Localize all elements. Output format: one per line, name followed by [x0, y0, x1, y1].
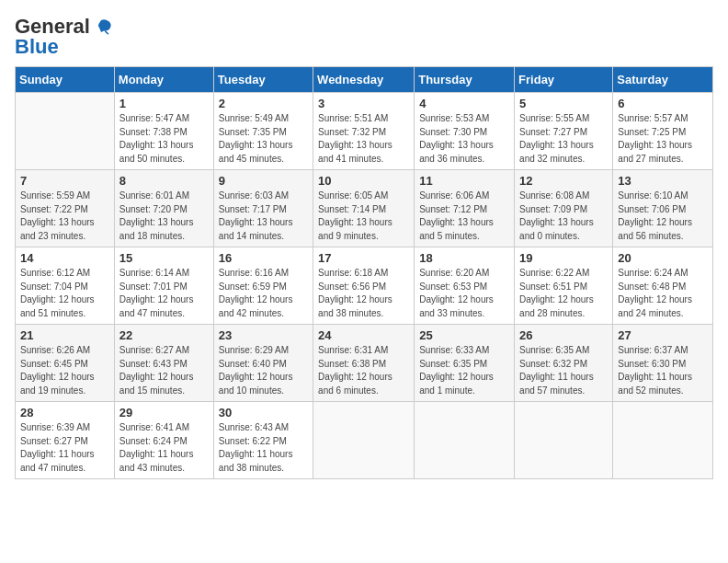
calendar-cell: 22Sunrise: 6:27 AM Sunset: 6:43 PM Dayli…	[114, 325, 213, 402]
day-info: Sunrise: 5:47 AM Sunset: 7:38 PM Dayligh…	[119, 112, 209, 166]
day-info: Sunrise: 5:55 AM Sunset: 7:27 PM Dayligh…	[519, 112, 608, 166]
day-number: 29	[119, 406, 209, 419]
weekday-header-thursday: Thursday	[415, 67, 515, 93]
calendar-cell	[613, 402, 713, 479]
logo: General Blue	[15, 15, 112, 59]
weekday-header-tuesday: Tuesday	[213, 67, 313, 93]
day-number: 30	[219, 406, 308, 419]
calendar-cell: 1Sunrise: 5:47 AM Sunset: 7:38 PM Daylig…	[114, 93, 213, 170]
day-info: Sunrise: 5:57 AM Sunset: 7:25 PM Dayligh…	[618, 112, 708, 166]
calendar-cell: 6Sunrise: 5:57 AM Sunset: 7:25 PM Daylig…	[613, 93, 713, 170]
day-info: Sunrise: 6:31 AM Sunset: 6:38 PM Dayligh…	[318, 344, 409, 397]
calendar-cell	[415, 402, 515, 479]
calendar-cell: 15Sunrise: 6:14 AM Sunset: 7:01 PM Dayli…	[114, 247, 213, 325]
day-number: 15	[119, 251, 209, 265]
calendar-cell: 2Sunrise: 5:49 AM Sunset: 7:35 PM Daylig…	[213, 93, 313, 170]
day-number: 13	[618, 174, 708, 188]
day-info: Sunrise: 6:06 AM Sunset: 7:12 PM Dayligh…	[419, 190, 509, 243]
weekday-header-sunday: Sunday	[16, 67, 115, 93]
calendar-cell: 23Sunrise: 6:29 AM Sunset: 6:40 PM Dayli…	[213, 325, 313, 402]
weekday-header-friday: Friday	[515, 67, 613, 93]
calendar-cell: 29Sunrise: 6:41 AM Sunset: 6:24 PM Dayli…	[114, 402, 213, 479]
day-number: 27	[618, 328, 708, 342]
calendar-cell: 4Sunrise: 5:53 AM Sunset: 7:30 PM Daylig…	[415, 93, 515, 170]
day-info: Sunrise: 5:59 AM Sunset: 7:22 PM Dayligh…	[20, 190, 109, 243]
day-info: Sunrise: 6:05 AM Sunset: 7:14 PM Dayligh…	[318, 190, 409, 243]
calendar-cell: 8Sunrise: 6:01 AM Sunset: 7:20 PM Daylig…	[114, 170, 213, 247]
calendar-cell: 3Sunrise: 5:51 AM Sunset: 7:32 PM Daylig…	[313, 93, 415, 170]
day-number: 8	[119, 174, 209, 188]
day-info: Sunrise: 6:08 AM Sunset: 7:09 PM Dayligh…	[519, 190, 608, 243]
day-number: 4	[419, 97, 509, 110]
calendar-cell: 11Sunrise: 6:06 AM Sunset: 7:12 PM Dayli…	[415, 170, 515, 247]
calendar-table: SundayMondayTuesdayWednesdayThursdayFrid…	[15, 66, 713, 479]
day-number: 16	[219, 251, 308, 265]
calendar-cell: 28Sunrise: 6:39 AM Sunset: 6:27 PM Dayli…	[16, 402, 115, 479]
weekday-header-wednesday: Wednesday	[313, 67, 415, 93]
logo-bird-icon	[92, 18, 112, 35]
day-number: 17	[318, 251, 409, 265]
page-header: General Blue	[15, 15, 713, 59]
calendar-cell: 7Sunrise: 5:59 AM Sunset: 7:22 PM Daylig…	[16, 170, 115, 247]
day-number: 3	[318, 97, 409, 110]
day-number: 5	[519, 97, 608, 110]
day-info: Sunrise: 6:03 AM Sunset: 7:17 PM Dayligh…	[219, 190, 308, 243]
calendar-cell: 24Sunrise: 6:31 AM Sunset: 6:38 PM Dayli…	[313, 325, 415, 402]
day-info: Sunrise: 6:18 AM Sunset: 6:56 PM Dayligh…	[318, 267, 409, 320]
day-number: 26	[519, 328, 608, 342]
day-info: Sunrise: 6:24 AM Sunset: 6:48 PM Dayligh…	[618, 267, 708, 320]
calendar-cell: 25Sunrise: 6:33 AM Sunset: 6:35 PM Dayli…	[415, 325, 515, 402]
day-number: 9	[219, 174, 308, 188]
day-info: Sunrise: 6:16 AM Sunset: 6:59 PM Dayligh…	[219, 267, 308, 320]
calendar-cell: 16Sunrise: 6:16 AM Sunset: 6:59 PM Dayli…	[213, 247, 313, 325]
day-info: Sunrise: 5:53 AM Sunset: 7:30 PM Dayligh…	[419, 112, 509, 166]
day-info: Sunrise: 6:43 AM Sunset: 6:22 PM Dayligh…	[219, 421, 308, 475]
day-info: Sunrise: 6:27 AM Sunset: 6:43 PM Dayligh…	[119, 344, 209, 397]
day-info: Sunrise: 6:22 AM Sunset: 6:51 PM Dayligh…	[519, 267, 608, 320]
day-number: 18	[419, 251, 509, 265]
day-number: 2	[219, 97, 308, 110]
calendar-cell	[16, 93, 115, 170]
day-number: 11	[419, 174, 509, 188]
day-number: 20	[618, 251, 708, 265]
weekday-header-saturday: Saturday	[613, 67, 713, 93]
day-number: 12	[519, 174, 608, 188]
day-number: 19	[519, 251, 608, 265]
calendar-cell	[313, 402, 415, 479]
day-number: 25	[419, 328, 509, 342]
day-info: Sunrise: 6:12 AM Sunset: 7:04 PM Dayligh…	[20, 267, 109, 320]
day-info: Sunrise: 6:39 AM Sunset: 6:27 PM Dayligh…	[20, 421, 109, 475]
day-info: Sunrise: 6:14 AM Sunset: 7:01 PM Dayligh…	[119, 267, 209, 320]
calendar-cell: 27Sunrise: 6:37 AM Sunset: 6:30 PM Dayli…	[613, 325, 713, 402]
calendar-cell: 13Sunrise: 6:10 AM Sunset: 7:06 PM Dayli…	[613, 170, 713, 247]
day-info: Sunrise: 6:26 AM Sunset: 6:45 PM Dayligh…	[20, 344, 109, 397]
calendar-cell: 30Sunrise: 6:43 AM Sunset: 6:22 PM Dayli…	[213, 402, 313, 479]
calendar-cell: 10Sunrise: 6:05 AM Sunset: 7:14 PM Dayli…	[313, 170, 415, 247]
calendar-cell: 5Sunrise: 5:55 AM Sunset: 7:27 PM Daylig…	[515, 93, 613, 170]
day-info: Sunrise: 6:35 AM Sunset: 6:32 PM Dayligh…	[519, 344, 608, 397]
day-info: Sunrise: 6:37 AM Sunset: 6:30 PM Dayligh…	[618, 344, 708, 397]
calendar-cell: 26Sunrise: 6:35 AM Sunset: 6:32 PM Dayli…	[515, 325, 613, 402]
day-number: 14	[20, 251, 109, 265]
weekday-header-monday: Monday	[114, 67, 213, 93]
day-info: Sunrise: 6:41 AM Sunset: 6:24 PM Dayligh…	[119, 421, 209, 475]
day-info: Sunrise: 6:33 AM Sunset: 6:35 PM Dayligh…	[419, 344, 509, 397]
day-number: 24	[318, 328, 409, 342]
calendar-cell: 12Sunrise: 6:08 AM Sunset: 7:09 PM Dayli…	[515, 170, 613, 247]
day-number: 23	[219, 328, 308, 342]
day-info: Sunrise: 6:10 AM Sunset: 7:06 PM Dayligh…	[618, 190, 708, 243]
day-info: Sunrise: 5:51 AM Sunset: 7:32 PM Dayligh…	[318, 112, 409, 166]
day-number: 10	[318, 174, 409, 188]
calendar-cell: 19Sunrise: 6:22 AM Sunset: 6:51 PM Dayli…	[515, 247, 613, 325]
day-number: 7	[20, 174, 109, 188]
day-info: Sunrise: 6:29 AM Sunset: 6:40 PM Dayligh…	[219, 344, 308, 397]
day-number: 21	[20, 328, 109, 342]
day-number: 1	[119, 97, 209, 110]
calendar-cell: 20Sunrise: 6:24 AM Sunset: 6:48 PM Dayli…	[613, 247, 713, 325]
day-number: 6	[618, 97, 708, 110]
day-number: 22	[119, 328, 209, 342]
calendar-cell: 14Sunrise: 6:12 AM Sunset: 7:04 PM Dayli…	[16, 247, 115, 325]
day-info: Sunrise: 6:20 AM Sunset: 6:53 PM Dayligh…	[419, 267, 509, 320]
day-number: 28	[20, 406, 109, 419]
calendar-cell: 17Sunrise: 6:18 AM Sunset: 6:56 PM Dayli…	[313, 247, 415, 325]
